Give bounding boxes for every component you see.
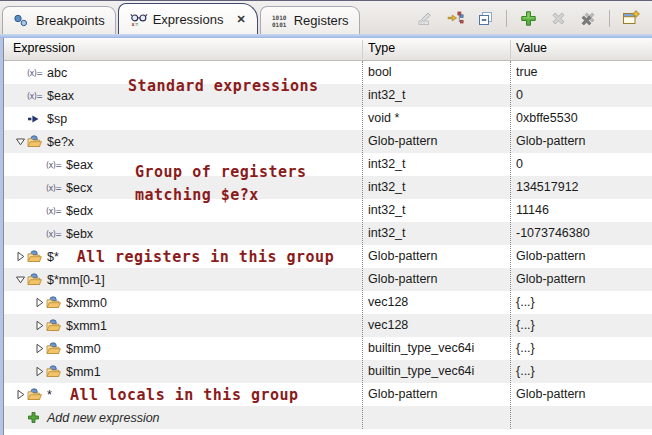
expand-arrow-icon[interactable] bbox=[14, 250, 27, 263]
expression-label: $edx bbox=[66, 204, 93, 218]
indent bbox=[4, 394, 14, 395]
remove-all-expressions-icon[interactable] bbox=[579, 10, 597, 27]
type-cell: int32_t bbox=[368, 157, 406, 171]
value-cell: Glob-pattern bbox=[516, 387, 585, 401]
indent bbox=[4, 95, 14, 96]
view-tab-bar: Breakpoints x = Expressions ✕ 1010 0 bbox=[0, 1, 652, 34]
svg-text:(x)=: (x)= bbox=[27, 92, 42, 101]
expand-arrow-icon[interactable] bbox=[14, 388, 27, 401]
tab-registers[interactable]: 1010 0101 Registers bbox=[260, 6, 360, 34]
indent bbox=[4, 371, 33, 372]
value-cell: {...} bbox=[516, 341, 535, 355]
indent bbox=[4, 187, 33, 188]
expression-label: $xmm1 bbox=[66, 319, 107, 333]
indent bbox=[4, 325, 33, 326]
expression-icon: (x)= bbox=[27, 89, 45, 103]
type-cell: builtin_type_vec64i bbox=[368, 341, 474, 355]
toolbar-separator bbox=[506, 10, 507, 27]
indent bbox=[4, 72, 14, 73]
table-row[interactable]: $xmm0vec128{...} bbox=[4, 291, 652, 314]
indent bbox=[4, 302, 33, 303]
svg-text:0101: 0101 bbox=[272, 21, 287, 28]
table-row[interactable]: (x)=$ebxint32_t-1073746380 bbox=[4, 222, 652, 245]
group-icon bbox=[46, 342, 64, 356]
expand-arrow-icon[interactable] bbox=[33, 296, 46, 309]
table-row[interactable]: $*mm[0-1]Glob-patternGlob-pattern bbox=[4, 268, 652, 291]
table-row[interactable]: $*All registers in this groupGlob-patter… bbox=[4, 245, 652, 268]
type-cell: Glob-pattern bbox=[368, 272, 437, 286]
toolbar-separator bbox=[609, 10, 610, 27]
value-cell: {...} bbox=[516, 364, 535, 378]
group-icon bbox=[27, 135, 45, 149]
show-logical-structure-icon[interactable] bbox=[446, 10, 464, 27]
value-cell: Glob-pattern bbox=[516, 249, 585, 263]
tab-label: Expressions bbox=[153, 12, 224, 27]
table-row[interactable]: $mm1builtin_type_vec64i{...} bbox=[4, 360, 652, 383]
table-row[interactable]: $xmm1vec128{...} bbox=[4, 314, 652, 337]
svg-text:(x)=: (x)= bbox=[27, 69, 42, 78]
svg-text:x: x bbox=[131, 20, 134, 26]
collapse-all-icon[interactable] bbox=[476, 10, 494, 27]
expander-spacer bbox=[33, 227, 46, 240]
expression-label: $sp bbox=[47, 112, 67, 126]
expressions-table: Expression Type Value (x)=abcbooltrue(x)… bbox=[3, 38, 652, 435]
group-icon bbox=[46, 296, 64, 310]
tab-breakpoints[interactable]: Breakpoints bbox=[2, 6, 116, 34]
table-header: Expression Type Value bbox=[4, 38, 652, 61]
table-row[interactable]: $mm0builtin_type_vec64i{...} bbox=[4, 337, 652, 360]
close-icon[interactable]: ✕ bbox=[236, 13, 245, 26]
value-cell: Glob-pattern bbox=[516, 272, 585, 286]
expander-spacer bbox=[33, 204, 46, 217]
new-view-icon[interactable] bbox=[622, 10, 640, 27]
column-header-expression[interactable]: Expression bbox=[13, 41, 75, 55]
column-header-value[interactable]: Value bbox=[516, 41, 547, 55]
expression-icon: (x)= bbox=[46, 227, 64, 241]
expander-spacer bbox=[14, 66, 27, 79]
table-row[interactable]: (x)=abcbooltrue bbox=[4, 61, 652, 84]
indent bbox=[4, 164, 33, 165]
indent bbox=[4, 141, 14, 142]
annotation: All registers in this group bbox=[77, 248, 334, 266]
column-resize-handle[interactable] bbox=[510, 40, 511, 59]
table-row[interactable]: Add new expression bbox=[4, 406, 652, 429]
value-cell: 134517912 bbox=[516, 180, 579, 194]
add-expression-icon[interactable] bbox=[519, 10, 537, 27]
table-row[interactable]: (x)=$edxint32_t11146 bbox=[4, 199, 652, 222]
column-resize-handle[interactable] bbox=[362, 40, 363, 59]
table-row[interactable]: $spvoid *0xbffe5530 bbox=[4, 107, 652, 130]
type-cell: int32_t bbox=[368, 226, 406, 240]
table-row[interactable]: $e?xGlob-patternGlob-pattern bbox=[4, 130, 652, 153]
expand-arrow-icon[interactable] bbox=[33, 365, 46, 378]
tab-label: Registers bbox=[294, 13, 349, 28]
expression-icon: (x)= bbox=[46, 158, 64, 172]
group-icon bbox=[27, 388, 45, 402]
expand-arrow-icon[interactable] bbox=[33, 342, 46, 355]
collapse-arrow-icon[interactable] bbox=[14, 273, 27, 286]
expander-spacer bbox=[14, 89, 27, 102]
group-icon bbox=[46, 319, 64, 333]
column-header-type[interactable]: Type bbox=[368, 41, 395, 55]
show-type-names-icon bbox=[416, 10, 434, 27]
indent bbox=[4, 118, 14, 119]
type-cell: vec128 bbox=[368, 295, 408, 309]
type-cell: Glob-pattern bbox=[368, 387, 437, 401]
table-row[interactable]: *All locals in this groupGlob-patternGlo… bbox=[4, 383, 652, 406]
value-cell: -1073746380 bbox=[516, 226, 590, 240]
expression-label: $e?x bbox=[47, 135, 74, 149]
table-row[interactable]: (x)=$eaxint32_t0 bbox=[4, 84, 652, 107]
type-cell: void * bbox=[368, 111, 399, 125]
type-cell: int32_t bbox=[368, 203, 406, 217]
indent bbox=[4, 233, 33, 234]
expander-spacer bbox=[14, 411, 27, 424]
svg-text:(x)=: (x)= bbox=[46, 161, 61, 170]
value-cell: Glob-pattern bbox=[516, 134, 585, 148]
table-row[interactable]: (x)=$ecxint32_t134517912 bbox=[4, 176, 652, 199]
expand-arrow-icon[interactable] bbox=[33, 319, 46, 332]
group-icon bbox=[27, 273, 45, 287]
tab-expressions[interactable]: x = Expressions ✕ bbox=[118, 3, 258, 34]
group-icon bbox=[27, 250, 45, 264]
table-row[interactable]: (x)=$eaxint32_t0 bbox=[4, 153, 652, 176]
collapse-arrow-icon[interactable] bbox=[14, 135, 27, 148]
tab-label: Breakpoints bbox=[36, 13, 105, 28]
value-cell: 0 bbox=[516, 88, 523, 102]
